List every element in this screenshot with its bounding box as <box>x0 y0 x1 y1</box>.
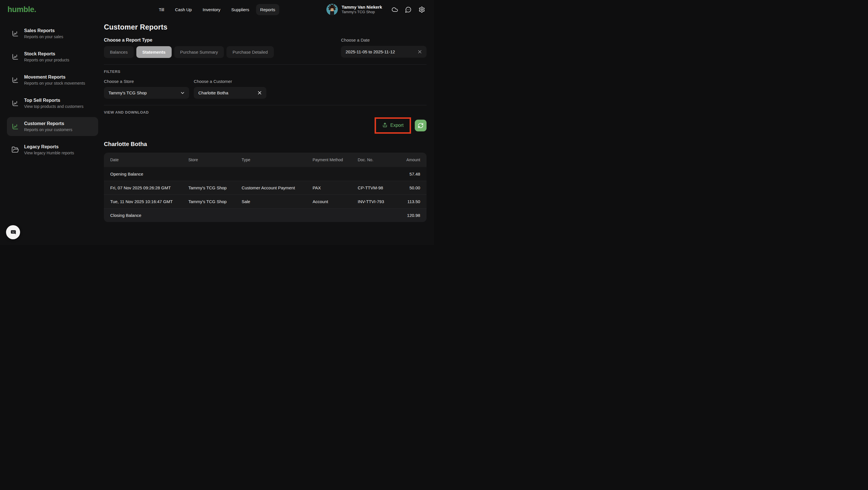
refresh-button[interactable] <box>415 120 427 131</box>
intercom-chat-launcher[interactable] <box>6 225 20 239</box>
export-button[interactable]: Export <box>377 120 409 131</box>
layout: Sales Reports Reports on your sales Stoc… <box>0 19 434 245</box>
sidebar-item-stock-reports[interactable]: Stock Reports Reports on your products <box>7 47 98 66</box>
cloud-sync-button[interactable] <box>390 5 400 14</box>
date-filter-group: Choose a Date 2025-11-05 to 2025-11-12 <box>341 38 427 58</box>
column-header-type: Type <box>241 158 312 162</box>
report-type-and-date-row: Choose a Report Type Balances Statements… <box>104 38 427 58</box>
export-label: Export <box>391 123 404 128</box>
report-type-purchase-detailed-button[interactable]: Purchase Detailed <box>226 46 274 58</box>
column-header-amount: Amount <box>396 158 427 162</box>
close-icon <box>417 49 423 55</box>
store-label: Choose a Store <box>104 79 189 84</box>
customer-select[interactable]: Charlotte Botha <box>194 87 267 99</box>
cell-type: Customer Account Payment <box>241 185 312 190</box>
store-select[interactable]: Tammy's TCG Shop <box>104 87 189 99</box>
sidebar-item-text: Legacy Reports View legacy Humble report… <box>24 144 74 155</box>
nav-item-cash-up[interactable]: Cash Up <box>171 4 196 15</box>
cell-type: Sale <box>241 199 312 204</box>
cell-date: Opening Balance <box>104 171 188 176</box>
view-download-heading: VIEW AND DOWNLOAD <box>104 110 427 115</box>
date-clear-button[interactable] <box>417 49 423 55</box>
avatar[interactable] <box>327 4 338 15</box>
chat-feedback-button[interactable] <box>403 5 413 14</box>
sidebar-item-subtitle: View legacy Humble reports <box>24 151 74 155</box>
sidebar-item-subtitle: Reports on your sales <box>24 34 63 39</box>
cell-store: Tammy's TCG Shop <box>188 185 241 190</box>
cell-payment-method: Account <box>312 199 357 204</box>
nav-item-inventory[interactable]: Inventory <box>198 4 224 15</box>
top-bar: humble. Till Cash Up Inventory Suppliers… <box>0 0 434 19</box>
filters-heading: FILTERS <box>104 69 427 74</box>
annotation-highlight-red-box: Export <box>375 117 411 134</box>
close-icon <box>257 90 262 96</box>
sidebar-item-title: Stock Reports <box>24 51 69 57</box>
divider <box>104 64 427 65</box>
export-upload-icon <box>382 123 388 128</box>
sidebar-item-text: Movement Reports Reports on your stock m… <box>24 74 85 86</box>
sidebar-item-subtitle: Reports on your stock movements <box>24 81 85 86</box>
customer-filter-group: Choose a Customer Charlotte Botha <box>194 79 267 99</box>
report-type-buttons: Balances Statements Purchase Summary Pur… <box>104 46 274 58</box>
sidebar-item-sales-reports[interactable]: Sales Reports Reports on your sales <box>7 24 98 43</box>
bar-chart-icon <box>11 123 19 130</box>
avatar-image <box>327 4 338 15</box>
column-header-store: Store <box>188 158 241 162</box>
store-select-value: Tammy's TCG Shop <box>108 90 180 95</box>
date-range-value: 2025-11-05 to 2025-11-12 <box>346 50 417 54</box>
chat-bubble-smile-icon <box>9 229 17 236</box>
page-title: Customer Reports <box>104 23 427 31</box>
table-row: Fri, 07 Nov 2025 09:26:28 GMT Tammy's TC… <box>104 181 427 195</box>
message-bubble-icon <box>405 6 412 13</box>
table-row-closing-balance: Closing Balance 120.98 <box>104 208 427 222</box>
sidebar-item-title: Top Sell Reports <box>24 98 84 103</box>
cell-date: Tue, 11 Nov 2025 10:16:47 GMT <box>104 199 188 204</box>
cell-payment-method: PAX <box>312 185 357 190</box>
gear-icon <box>418 6 425 13</box>
statement-customer-name: Charlotte Botha <box>104 141 427 148</box>
cell-date: Fri, 07 Nov 2025 09:26:28 GMT <box>104 185 188 190</box>
sidebar-item-legacy-reports[interactable]: Legacy Reports View legacy Humble report… <box>7 140 98 159</box>
customer-label: Choose a Customer <box>194 79 267 84</box>
customer-select-value: Charlotte Botha <box>198 90 257 95</box>
report-type-purchase-summary-button[interactable]: Purchase Summary <box>174 46 224 58</box>
report-type-balances-button[interactable]: Balances <box>104 46 134 58</box>
humble-logo[interactable]: humble. <box>7 5 36 14</box>
sidebar-item-customer-reports[interactable]: Customer Reports Reports on your custome… <box>7 117 98 136</box>
sidebar-item-top-sell-reports[interactable]: Top Sell Reports View top products and c… <box>7 94 98 113</box>
view-download-actions: Export <box>104 117 427 134</box>
report-type-label: Choose a Report Type <box>104 38 274 43</box>
chevron-down-icon <box>180 90 185 96</box>
cell-amount: 113.50 <box>396 199 427 204</box>
cell-amount: 57.48 <box>396 171 427 176</box>
user-info: Tammy Van Niekerk Tammy's TCG Shop <box>342 5 382 14</box>
table-row-opening-balance: Opening Balance 57.48 <box>104 167 427 181</box>
settings-button[interactable] <box>417 5 427 14</box>
bar-chart-icon <box>11 53 19 61</box>
cell-store: Tammy's TCG Shop <box>188 199 241 204</box>
cell-date: Closing Balance <box>104 213 188 218</box>
bar-chart-icon <box>11 100 19 107</box>
cell-amount: 50.00 <box>396 185 427 190</box>
table-row: Tue, 11 Nov 2025 10:16:47 GMT Tammy's TC… <box>104 195 427 208</box>
customer-clear-button[interactable] <box>257 90 262 96</box>
sidebar-item-title: Legacy Reports <box>24 144 74 150</box>
bar-chart-icon <box>11 30 19 37</box>
nav-item-till[interactable]: Till <box>155 4 168 15</box>
filters-row: Choose a Store Tammy's TCG Shop Choose a… <box>104 79 427 99</box>
nav-item-suppliers[interactable]: Suppliers <box>227 4 253 15</box>
store-filter-group: Choose a Store Tammy's TCG Shop <box>104 79 189 99</box>
sidebar-item-title: Customer Reports <box>24 121 72 126</box>
app-window: humble. Till Cash Up Inventory Suppliers… <box>0 0 434 245</box>
refresh-icon <box>417 123 424 129</box>
date-range-input[interactable]: 2025-11-05 to 2025-11-12 <box>341 46 427 58</box>
table-header-row: Date Store Type Payment Method Doc. No. … <box>104 153 427 167</box>
user-store: Tammy's TCG Shop <box>342 10 382 14</box>
sidebar-item-movement-reports[interactable]: Movement Reports Reports on your stock m… <box>7 71 98 90</box>
sidebar-item-text: Sales Reports Reports on your sales <box>24 28 63 39</box>
nav-item-reports[interactable]: Reports <box>256 4 279 15</box>
report-type-statements-button[interactable]: Statements <box>136 46 172 58</box>
bar-chart-icon <box>11 76 19 84</box>
sidebar-item-subtitle: View top products and customers <box>24 104 84 109</box>
user-name: Tammy Van Niekerk <box>342 5 382 10</box>
